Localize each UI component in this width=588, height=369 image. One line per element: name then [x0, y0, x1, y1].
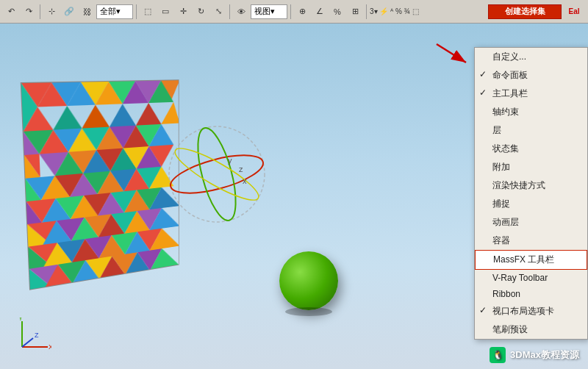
watermark: 🐧 3DMax教程资源	[490, 347, 579, 363]
svg-text:z: z	[239, 165, 243, 173]
menu-items: 自定义...命令面板主工具栏轴约束层状态集附加渲染快捷方式捕捉动画层容器Mass…	[475, 48, 587, 339]
scale-button[interactable]: ⤡	[210, 4, 226, 20]
svg-text:Z: Z	[35, 332, 39, 339]
move-button[interactable]: ✛	[175, 4, 191, 20]
menu-item-shortcut_keys[interactable]: 渲染快捷方式	[475, 176, 587, 195]
select-obj-button[interactable]: ⬚	[140, 4, 156, 20]
spinner-snap[interactable]: ⊞	[347, 4, 363, 20]
menu-item-ribbon[interactable]: Ribbon	[475, 286, 587, 302]
svg-point-95	[169, 126, 265, 222]
view-dropdown[interactable]: 视图▾	[251, 4, 287, 19]
svg-line-106	[22, 338, 33, 347]
menu-item-state_sets[interactable]: 状态集	[475, 140, 587, 158]
red-arrow	[429, 40, 473, 70]
transform-gizmo: y z x	[162, 119, 272, 229]
svg-point-96	[167, 148, 267, 201]
sep3	[229, 4, 230, 19]
menu-item-axis_constraints[interactable]: 轴约束	[475, 103, 587, 121]
svg-marker-16	[136, 102, 162, 125]
menu-item-containers[interactable]: 容器	[475, 232, 587, 250]
percent-snap[interactable]: %	[329, 4, 345, 20]
toolbar-right-extra[interactable]: Eal	[563, 4, 585, 20]
menu-item-viewport_layout[interactable]: 视口布局选项卡	[475, 302, 587, 320]
rect-select-button[interactable]: ▭	[157, 4, 173, 20]
colorful-box	[21, 79, 179, 290]
svg-text:x: x	[243, 176, 247, 185]
viewport: y z x X Y Z	[0, 24, 588, 369]
view-button[interactable]: 👁	[233, 4, 249, 20]
sep1	[40, 4, 40, 19]
stat-display: 3▾ ⚡ ᴬ % ¾ ⬚	[370, 7, 419, 15]
svg-text:X: X	[49, 343, 51, 351]
sep2	[136, 4, 137, 19]
svg-line-109	[437, 44, 466, 62]
sep4	[290, 4, 291, 19]
link-button[interactable]: 🔗	[61, 4, 77, 20]
menu-item-brush_presets[interactable]: 笔刷预设	[475, 320, 587, 339]
select-button[interactable]: ⊹	[43, 4, 60, 20]
menu-item-extras[interactable]: 附加	[475, 158, 587, 176]
rotate-button[interactable]: ↻	[193, 4, 209, 20]
menu-item-command_panel[interactable]: 命令面板	[475, 66, 587, 85]
menu-item-massfx[interactable]: MassFX 工具栏	[475, 250, 587, 270]
angle-snap[interactable]: ∠	[312, 4, 328, 20]
sphere-object	[279, 251, 338, 310]
menu-item-animation_layers[interactable]: 动画层	[475, 213, 587, 232]
toolbar-right: 创建选择集 Eal	[487, 4, 585, 20]
toolbar: ↶ ↷ ⊹ 🔗 ⛓ 全部▾ ⬚ ▭ ✛ ↻ ⤡ 👁 视图▾ ⊕ ∠ % ⊞ 3▾…	[0, 0, 588, 24]
sphere-shadow	[285, 307, 332, 316]
context-menu: 自定义...命令面板主工具栏轴约束层状态集附加渲染快捷方式捕捉动画层容器Mass…	[474, 47, 588, 340]
menu-item-layers[interactable]: 层	[475, 121, 587, 140]
menu-item-main_toolbar[interactable]: 主工具栏	[475, 85, 587, 103]
world-axes: X Y Z	[15, 318, 51, 354]
menu-item-snaps[interactable]: 捕捉	[475, 195, 587, 213]
svg-point-98	[170, 141, 264, 208]
create-selection-set-button[interactable]: 创建选择集	[488, 4, 562, 19]
svg-marker-14	[82, 104, 110, 129]
sep5	[366, 4, 367, 19]
wechat-icon: 🐧	[490, 347, 506, 363]
selection-dropdown[interactable]: 全部▾	[96, 4, 133, 19]
menu-item-customize[interactable]: 自定义...	[475, 48, 587, 66]
svg-marker-15	[109, 104, 136, 127]
svg-text:Y: Y	[18, 318, 23, 322]
svg-marker-13	[52, 105, 82, 129]
svg-point-97	[190, 124, 243, 224]
bind-button[interactable]: ⛓	[79, 4, 95, 20]
snap-toggle[interactable]: ⊕	[294, 4, 310, 20]
svg-text:y: y	[228, 156, 232, 165]
redo-button[interactable]: ↷	[21, 4, 37, 20]
undo-button[interactable]: ↶	[3, 4, 19, 20]
menu-item-vray_toolbar[interactable]: V-Ray Toolbar	[475, 270, 587, 286]
